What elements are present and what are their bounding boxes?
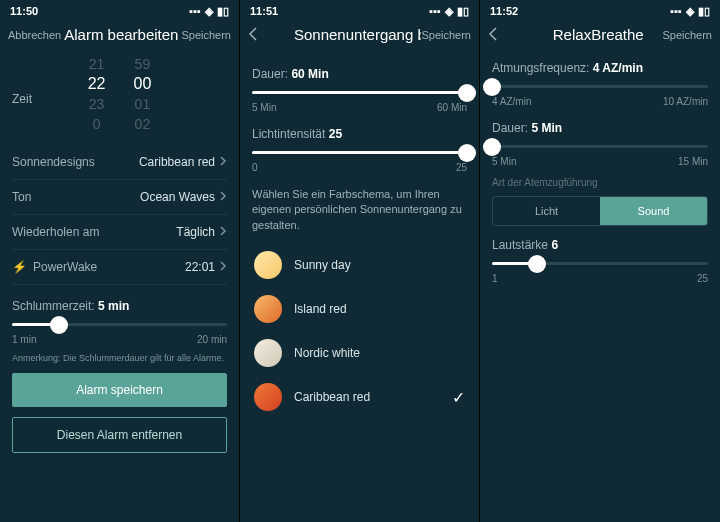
- wifi-icon: ◈: [445, 5, 453, 18]
- battery-icon: ▮▯: [217, 5, 229, 18]
- battery-icon: ▮▯: [457, 5, 469, 18]
- chevron-right-icon: [219, 225, 227, 239]
- color-swatch: [254, 383, 282, 411]
- color-list: Sunny dayIsland redNordic whiteCaribbean…: [252, 243, 467, 419]
- delete-alarm-button[interactable]: Diesen Alarm entfernen: [12, 417, 227, 453]
- seg-licht[interactable]: Licht: [493, 197, 600, 225]
- check-icon: ✓: [452, 388, 465, 407]
- status-bar: 11:51 ▪▪▪ ◈ ▮▯: [240, 0, 479, 22]
- guidance-segmented: Licht Sound: [492, 196, 708, 226]
- nav-bar: Abbrechen Alarm bearbeiten Speichern: [0, 22, 239, 51]
- page-title: Alarm bearbeiten: [61, 26, 181, 43]
- intensity-slider[interactable]: [252, 151, 467, 154]
- color-name: Nordic white: [294, 346, 360, 360]
- page-title: Sonnenuntergang bearbe: [294, 26, 421, 43]
- color-swatch: [254, 295, 282, 323]
- cancel-button[interactable]: Abbrechen: [8, 29, 61, 41]
- nav-bar: RelaxBreathe Speichern: [480, 22, 720, 51]
- status-bar: 11:50 ▪▪▪ ◈ ▮▯: [0, 0, 239, 22]
- minute-column: 59 00 01 02: [134, 55, 152, 133]
- hour-column: 21 22 23 0: [88, 55, 106, 133]
- duration-slider-group: Dauer: 5 Min 5 Min15 Min: [492, 121, 708, 167]
- slider-thumb[interactable]: [50, 316, 68, 334]
- save-button[interactable]: Speichern: [181, 29, 231, 41]
- row-powerwake[interactable]: ⚡PowerWake 22:01: [12, 250, 227, 285]
- status-bar: 11:52 ▪▪▪ ◈ ▮▯: [480, 0, 720, 22]
- duration-slider-group: Dauer: 60 Min 5 Min60 Min: [252, 67, 467, 113]
- row-wiederholen[interactable]: Wiederholen am Täglich: [12, 215, 227, 250]
- powerwake-icon: ⚡: [12, 260, 27, 274]
- chevron-right-icon: [219, 155, 227, 169]
- row-ton[interactable]: Ton Ocean Waves: [12, 180, 227, 215]
- status-icons: ▪▪▪ ◈ ▮▯: [670, 5, 710, 18]
- signal-icon: ▪▪▪: [429, 5, 441, 17]
- signal-icon: ▪▪▪: [670, 5, 682, 17]
- time-label: Zeit: [12, 92, 32, 106]
- screen-sunset-edit: 11:51 ▪▪▪ ◈ ▮▯ Sonnenuntergang bearbe Sp…: [240, 0, 480, 522]
- screen-alarm-edit: 11:50 ▪▪▪ ◈ ▮▯ Abbrechen Alarm bearbeite…: [0, 0, 240, 522]
- chevron-right-icon: [219, 190, 227, 204]
- frequency-slider[interactable]: [492, 85, 708, 88]
- color-option[interactable]: Nordic white: [252, 331, 467, 375]
- nav-bar: Sonnenuntergang bearbe Speichern: [240, 22, 479, 51]
- intensity-slider-group: Lichtintensität 25 025: [252, 127, 467, 173]
- slider-thumb[interactable]: [528, 255, 546, 273]
- screen-relaxbreathe: 11:52 ▪▪▪ ◈ ▮▯ RelaxBreathe Speichern At…: [480, 0, 720, 522]
- color-swatch: [254, 339, 282, 367]
- slider-thumb[interactable]: [483, 78, 501, 96]
- color-swatch: [254, 251, 282, 279]
- status-icons: ▪▪▪ ◈ ▮▯: [429, 5, 469, 18]
- clock: 11:50: [10, 5, 38, 17]
- color-option[interactable]: Island red: [252, 287, 467, 331]
- clock: 11:51: [250, 5, 278, 17]
- frequency-slider-group: Atmungsfrequenz: 4 AZ/min 4 AZ/min10 AZ/…: [492, 61, 708, 107]
- save-alarm-button[interactable]: Alarm speichern: [12, 373, 227, 407]
- battery-icon: ▮▯: [698, 5, 710, 18]
- color-help-text: Wählen Sie ein Farbschema, um Ihren eige…: [252, 187, 467, 233]
- snooze-slider-group: Schlummerzeit: 5 min 1 min20 min: [12, 299, 227, 345]
- guidance-label: Art der Atemzugführung: [492, 177, 708, 188]
- volume-slider[interactable]: [492, 262, 708, 265]
- wifi-icon: ◈: [205, 5, 213, 18]
- save-button[interactable]: Speichern: [421, 29, 471, 41]
- seg-sound[interactable]: Sound: [600, 197, 707, 225]
- snooze-note: Anmerkung: Die Schlummerdauer gilt für a…: [12, 353, 227, 363]
- signal-icon: ▪▪▪: [189, 5, 201, 17]
- color-name: Caribbean red: [294, 390, 370, 404]
- color-name: Sunny day: [294, 258, 351, 272]
- back-button[interactable]: [488, 27, 534, 43]
- slider-thumb[interactable]: [483, 138, 501, 156]
- color-name: Island red: [294, 302, 347, 316]
- volume-slider-group: Lautstärke 6 125: [492, 238, 708, 284]
- page-title: RelaxBreathe: [534, 26, 662, 43]
- wifi-icon: ◈: [686, 5, 694, 18]
- slider-thumb[interactable]: [458, 144, 476, 162]
- clock: 11:52: [490, 5, 518, 17]
- color-option[interactable]: Sunny day: [252, 243, 467, 287]
- row-sonnendesigns[interactable]: Sonnendesigns Caribbean red: [12, 145, 227, 180]
- duration-slider[interactable]: [492, 145, 708, 148]
- status-icons: ▪▪▪ ◈ ▮▯: [189, 5, 229, 18]
- color-option[interactable]: Caribbean red✓: [252, 375, 467, 419]
- back-button[interactable]: [248, 27, 294, 43]
- duration-slider[interactable]: [252, 91, 467, 94]
- slider-thumb[interactable]: [458, 84, 476, 102]
- chevron-right-icon: [219, 260, 227, 274]
- time-picker[interactable]: 21 22 23 0 59 00 01 02: [12, 55, 227, 133]
- save-button[interactable]: Speichern: [662, 29, 712, 41]
- snooze-slider[interactable]: [12, 323, 227, 326]
